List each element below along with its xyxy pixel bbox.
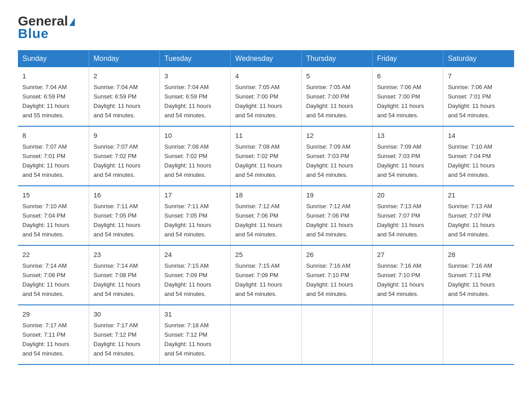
day-info: Sunrise: 7:06 AMSunset: 7:01 PMDaylight:… — [448, 84, 495, 119]
day-info: Sunrise: 7:08 AMSunset: 7:02 PMDaylight:… — [235, 143, 282, 178]
weekday-header-sunday: Sunday — [18, 50, 89, 67]
day-number: 22 — [22, 249, 84, 260]
day-info: Sunrise: 7:14 AMSunset: 7:08 PMDaylight:… — [94, 262, 141, 297]
calendar-cell — [231, 305, 301, 364]
day-info: Sunrise: 7:04 AMSunset: 6:59 PMDaylight:… — [22, 84, 69, 119]
day-info: Sunrise: 7:17 AMSunset: 7:11 PMDaylight:… — [22, 322, 69, 357]
calendar-cell: 4Sunrise: 7:05 AMSunset: 7:00 PMDaylight… — [231, 67, 301, 126]
calendar-cell: 15Sunrise: 7:10 AMSunset: 7:04 PMDayligh… — [18, 186, 89, 245]
day-number: 13 — [377, 130, 438, 141]
calendar-week-row-2: 8Sunrise: 7:07 AMSunset: 7:01 PMDaylight… — [18, 126, 514, 186]
day-info: Sunrise: 7:09 AMSunset: 7:03 PMDaylight:… — [306, 143, 353, 178]
calendar-cell: 5Sunrise: 7:05 AMSunset: 7:00 PMDaylight… — [301, 67, 372, 126]
day-info: Sunrise: 7:12 AMSunset: 7:06 PMDaylight:… — [235, 203, 282, 238]
day-number: 9 — [94, 130, 155, 141]
calendar-cell: 21Sunrise: 7:13 AMSunset: 7:07 PMDayligh… — [443, 186, 514, 245]
day-number: 31 — [164, 309, 226, 319]
day-number: 19 — [306, 190, 368, 200]
calendar-cell — [301, 305, 372, 364]
day-info: Sunrise: 7:12 AMSunset: 7:06 PMDaylight:… — [306, 203, 353, 238]
calendar-cell: 3Sunrise: 7:04 AMSunset: 6:59 PMDaylight… — [160, 67, 231, 126]
calendar-cell: 1Sunrise: 7:04 AMSunset: 6:59 PMDaylight… — [18, 67, 89, 126]
day-info: Sunrise: 7:11 AMSunset: 7:05 PMDaylight:… — [164, 203, 211, 238]
day-info: Sunrise: 7:09 AMSunset: 7:03 PMDaylight:… — [377, 143, 424, 178]
day-info: Sunrise: 7:15 AMSunset: 7:09 PMDaylight:… — [164, 262, 211, 297]
day-number: 25 — [235, 249, 296, 260]
day-number: 20 — [377, 190, 438, 200]
day-info: Sunrise: 7:15 AMSunset: 7:09 PMDaylight:… — [235, 262, 282, 297]
day-number: 8 — [22, 130, 84, 141]
calendar-cell: 31Sunrise: 7:18 AMSunset: 7:12 PMDayligh… — [160, 305, 231, 364]
day-number: 11 — [235, 130, 296, 141]
day-info: Sunrise: 7:16 AMSunset: 7:10 PMDaylight:… — [306, 262, 353, 297]
weekday-header-wednesday: Wednesday — [231, 50, 301, 67]
day-info: Sunrise: 7:11 AMSunset: 7:05 PMDaylight:… — [94, 203, 141, 238]
calendar-cell: 22Sunrise: 7:14 AMSunset: 7:08 PMDayligh… — [18, 245, 89, 305]
calendar-cell: 16Sunrise: 7:11 AMSunset: 7:05 PMDayligh… — [89, 186, 159, 245]
day-number: 29 — [22, 309, 84, 319]
day-number: 16 — [94, 190, 155, 200]
day-number: 12 — [306, 130, 368, 141]
day-number: 10 — [164, 130, 226, 141]
calendar-week-row-3: 15Sunrise: 7:10 AMSunset: 7:04 PMDayligh… — [18, 186, 514, 245]
calendar-table: SundayMondayTuesdayWednesdayThursdayFrid… — [18, 50, 514, 365]
day-info: Sunrise: 7:17 AMSunset: 7:12 PMDaylight:… — [94, 322, 141, 357]
day-info: Sunrise: 7:18 AMSunset: 7:12 PMDaylight:… — [164, 322, 211, 357]
weekday-header-friday: Friday — [372, 50, 443, 67]
day-number: 7 — [448, 71, 510, 81]
calendar-cell: 7Sunrise: 7:06 AMSunset: 7:01 PMDaylight… — [443, 67, 514, 126]
weekday-header-monday: Monday — [89, 50, 159, 67]
day-number: 23 — [94, 249, 155, 260]
day-info: Sunrise: 7:05 AMSunset: 7:00 PMDaylight:… — [306, 84, 353, 119]
calendar-cell: 23Sunrise: 7:14 AMSunset: 7:08 PMDayligh… — [89, 245, 159, 305]
calendar-cell: 18Sunrise: 7:12 AMSunset: 7:06 PMDayligh… — [231, 186, 301, 245]
day-info: Sunrise: 7:10 AMSunset: 7:04 PMDaylight:… — [22, 203, 69, 238]
calendar-cell: 19Sunrise: 7:12 AMSunset: 7:06 PMDayligh… — [301, 186, 372, 245]
weekday-header-thursday: Thursday — [301, 50, 372, 67]
logo: General Blue — [18, 13, 75, 41]
calendar-cell: 8Sunrise: 7:07 AMSunset: 7:01 PMDaylight… — [18, 126, 89, 186]
day-number: 5 — [306, 71, 368, 81]
calendar-cell: 24Sunrise: 7:15 AMSunset: 7:09 PMDayligh… — [160, 245, 231, 305]
calendar-cell — [443, 305, 514, 364]
day-info: Sunrise: 7:16 AMSunset: 7:11 PMDaylight:… — [448, 262, 495, 297]
calendar-cell: 2Sunrise: 7:04 AMSunset: 6:59 PMDaylight… — [89, 67, 159, 126]
day-info: Sunrise: 7:10 AMSunset: 7:04 PMDaylight:… — [448, 143, 495, 178]
calendar-cell: 26Sunrise: 7:16 AMSunset: 7:10 PMDayligh… — [301, 245, 372, 305]
day-info: Sunrise: 7:13 AMSunset: 7:07 PMDaylight:… — [448, 203, 495, 238]
calendar-cell: 30Sunrise: 7:17 AMSunset: 7:12 PMDayligh… — [89, 305, 159, 364]
day-info: Sunrise: 7:06 AMSunset: 7:00 PMDaylight:… — [377, 84, 424, 119]
calendar-cell: 12Sunrise: 7:09 AMSunset: 7:03 PMDayligh… — [301, 126, 372, 186]
day-info: Sunrise: 7:04 AMSunset: 6:59 PMDaylight:… — [94, 84, 141, 119]
day-number: 1 — [22, 71, 84, 81]
day-info: Sunrise: 7:07 AMSunset: 7:02 PMDaylight:… — [94, 143, 141, 178]
day-number: 21 — [448, 190, 510, 200]
weekday-header-saturday: Saturday — [443, 50, 514, 67]
day-number: 18 — [235, 190, 296, 200]
day-number: 14 — [448, 130, 510, 141]
day-number: 17 — [164, 190, 226, 200]
calendar-cell: 6Sunrise: 7:06 AMSunset: 7:00 PMDaylight… — [372, 67, 443, 126]
day-number: 4 — [235, 71, 296, 81]
calendar-cell: 27Sunrise: 7:16 AMSunset: 7:10 PMDayligh… — [372, 245, 443, 305]
day-number: 24 — [164, 249, 226, 260]
calendar-cell: 20Sunrise: 7:13 AMSunset: 7:07 PMDayligh… — [372, 186, 443, 245]
calendar-cell: 9Sunrise: 7:07 AMSunset: 7:02 PMDaylight… — [89, 126, 159, 186]
day-info: Sunrise: 7:05 AMSunset: 7:00 PMDaylight:… — [235, 84, 282, 119]
weekday-header-row: SundayMondayTuesdayWednesdayThursdayFrid… — [18, 50, 514, 67]
day-number: 30 — [94, 309, 155, 319]
day-number: 3 — [164, 71, 226, 81]
day-info: Sunrise: 7:04 AMSunset: 6:59 PMDaylight:… — [164, 84, 211, 119]
weekday-header-tuesday: Tuesday — [160, 50, 231, 67]
calendar-cell: 10Sunrise: 7:08 AMSunset: 7:02 PMDayligh… — [160, 126, 231, 186]
calendar-week-row-5: 29Sunrise: 7:17 AMSunset: 7:11 PMDayligh… — [18, 305, 514, 364]
day-info: Sunrise: 7:14 AMSunset: 7:08 PMDaylight:… — [22, 262, 69, 297]
day-info: Sunrise: 7:16 AMSunset: 7:10 PMDaylight:… — [377, 262, 424, 297]
calendar-cell: 11Sunrise: 7:08 AMSunset: 7:02 PMDayligh… — [231, 126, 301, 186]
calendar-cell: 14Sunrise: 7:10 AMSunset: 7:04 PMDayligh… — [443, 126, 514, 186]
logo-blue: Blue — [18, 26, 49, 41]
calendar-cell: 13Sunrise: 7:09 AMSunset: 7:03 PMDayligh… — [372, 126, 443, 186]
calendar-cell — [372, 305, 443, 364]
day-number: 15 — [22, 190, 84, 200]
day-info: Sunrise: 7:13 AMSunset: 7:07 PMDaylight:… — [377, 203, 424, 238]
